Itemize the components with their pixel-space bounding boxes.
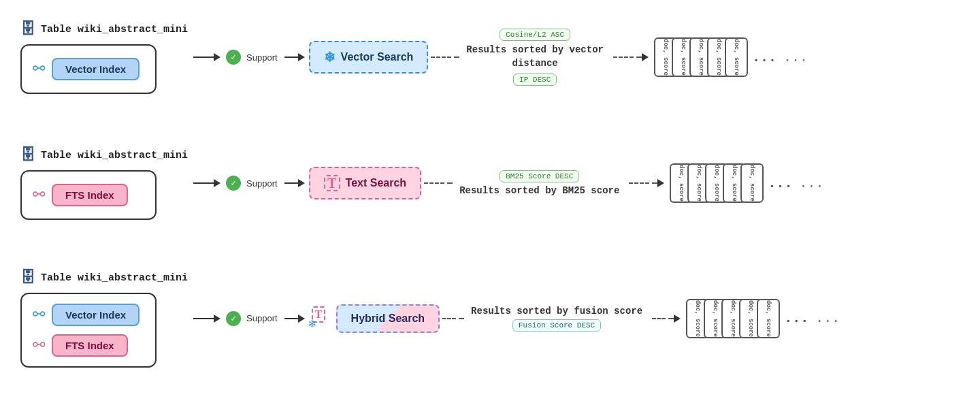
- fts-index-badge-row3: FTS Index: [52, 334, 128, 357]
- doc-card-5-row3: doc, score: [757, 299, 780, 338]
- doc-cards-row1: doc, score doc, score doc, score doc, sc…: [654, 37, 748, 77]
- text-search-icon: T: [324, 175, 340, 191]
- hybrid-search-label: Hybrid Search: [351, 312, 425, 325]
- dashed-line1-row1: [431, 57, 451, 58]
- support-label-row2: Support: [246, 178, 278, 189]
- arrow-row3: [193, 315, 220, 323]
- index-box-row2: ⚯ FTS Index: [20, 170, 157, 220]
- dots-row2: ...: [799, 176, 823, 191]
- dashed-line3-row3: [652, 318, 666, 319]
- fts-index-badge-row2: FTS Index: [52, 184, 128, 206]
- vector-index-badge-row3: Vector Index: [52, 304, 140, 326]
- link-icon-row2: ⚯: [33, 186, 45, 204]
- table-block-row3: 🗄 Table wiki_abstract_mini ⚯ Vector Inde…: [20, 269, 188, 368]
- result-text-row3: Results sorted by fusion score: [471, 306, 642, 317]
- dashed-line2-row2: [447, 182, 453, 184]
- dots-row3: ...: [815, 310, 840, 326]
- dashed-line2-row1: [454, 57, 459, 58]
- support-label-row1: Support: [246, 52, 278, 63]
- index-item-fts-row3: ⚯ FTS Index: [33, 334, 128, 357]
- arrow2-row2: [284, 179, 305, 187]
- check-icon-row2: ✓: [226, 176, 241, 191]
- table-name-row1: Table wiki_abstract_mini: [41, 24, 188, 35]
- table-label-row1: 🗄 Table wiki_abstract_mini: [20, 20, 188, 39]
- arrow-head2-row3: [298, 315, 305, 323]
- db-icon-row3: 🗄: [20, 269, 35, 287]
- badge-below-row1: IP DESC: [513, 74, 557, 86]
- text-search-box: T Text Search: [309, 167, 422, 199]
- db-icon-row2: 🗄: [20, 146, 35, 165]
- dots-row1: ...: [783, 50, 808, 65]
- doc-card-5-row1: doc, score: [725, 37, 748, 77]
- index-box-row1: ⚯ Vector Index: [20, 44, 157, 94]
- doc-card-5-row2: doc, score: [740, 163, 764, 203]
- row-vector-search: 🗄 Table wiki_abstract_mini ⚯ Vector Inde…: [20, 20, 966, 94]
- result-area-row3: Results sorted by fusion score Fusion Sc…: [471, 306, 642, 332]
- result-area-row1: Cosine/L2 ASC Results sorted by vectordi…: [466, 29, 604, 85]
- arrow-head-row1: [214, 53, 220, 61]
- dashed-line1-row2: [424, 182, 444, 184]
- table-label-row3: 🗄 Table wiki_abstract_mini: [20, 269, 188, 287]
- arrow-line-row3: [193, 318, 214, 319]
- dashed-line4-row3: [668, 318, 674, 319]
- index-item-vector-row3: ⚯ Vector Index: [33, 304, 140, 326]
- table-block-row1: 🗄 Table wiki_abstract_mini ⚯ Vector Inde…: [20, 20, 188, 94]
- table-name-row2: Table wiki_abstract_mini: [41, 150, 188, 161]
- support-section-row3: ✓ Support: [226, 311, 280, 326]
- ellipsis-row2: ...: [768, 176, 792, 191]
- link-icon-fts-row3: ⚯: [33, 336, 45, 355]
- row-hybrid-search: 🗄 Table wiki_abstract_mini ⚯ Vector Inde…: [20, 269, 966, 368]
- vector-search-box: ❄ Vector Search: [309, 41, 429, 74]
- link-icon-row1: ⚯: [33, 60, 45, 78]
- dashed-line3-row1: [613, 57, 634, 58]
- hybrid-icon-row3: T ❄: [309, 306, 333, 331]
- hybrid-search-box: Hybrid Search: [336, 304, 440, 333]
- dashed-line1-row3: [442, 318, 456, 319]
- link-icon-vector-row3: ⚯: [33, 306, 45, 324]
- support-label-row3: Support: [246, 313, 278, 323]
- vector-search-label: Vector Search: [341, 51, 414, 63]
- arrow-head-row2: [214, 179, 220, 187]
- arrow-line-row2: [193, 182, 214, 184]
- doc-cards-row3: doc, score doc, score doc, score doc, sc…: [686, 299, 780, 338]
- index-box-row3: ⚯ Vector Index ⚯ FTS Index: [20, 293, 157, 368]
- table-name-row3: Table wiki_abstract_mini: [41, 272, 188, 284]
- arrow-line2-row1: [284, 57, 298, 58]
- arrow-row1: [193, 53, 220, 61]
- arrow-head-row3: [214, 315, 220, 323]
- badge-above-row2: BM25 Score DESC: [500, 170, 579, 182]
- ellipsis-row1: ...: [752, 50, 777, 65]
- check-icon-row1: ✓: [226, 50, 241, 65]
- arrow-head3-row1: [642, 53, 649, 61]
- arrow-line-row1: [193, 57, 214, 58]
- dashed-line2-row3: [459, 318, 464, 319]
- table-block-row2: 🗄 Table wiki_abstract_mini ⚯ FTS Index: [20, 146, 188, 220]
- ellipsis-row3: ...: [784, 310, 808, 326]
- text-search-label: Text Search: [346, 177, 407, 189]
- dashed-line4-row2: [652, 182, 657, 184]
- arrow-head3-row2: [657, 179, 664, 187]
- badge-below-row3: Fusion Score DESC: [512, 319, 601, 332]
- arrow-line2-row2: [284, 182, 298, 184]
- result-area-row2: BM25 Score DESC Results sorted by BM25 s…: [459, 170, 619, 196]
- arrow-row2: [193, 179, 220, 187]
- support-section-row2: ✓ Support: [226, 176, 280, 191]
- db-icon-row1: 🗄: [20, 20, 35, 39]
- dashed-line4-row1: [636, 57, 642, 58]
- doc-cards-row2: doc, score doc, score doc, score doc, sc…: [670, 163, 764, 203]
- result-text-row1: Results sorted by vectordistance: [466, 44, 604, 70]
- snowflake-icon-row1: ❄: [324, 49, 336, 65]
- diagram-container: 🗄 Table wiki_abstract_mini ⚯ Vector Inde…: [0, 0, 980, 403]
- row-text-search: 🗄 Table wiki_abstract_mini ⚯ FTS Index ✓…: [20, 146, 966, 220]
- support-section-row1: ✓ Support: [226, 50, 280, 65]
- arrow-head3-row3: [674, 315, 681, 323]
- arrow-line2-row3: [284, 318, 298, 319]
- dashed-line3-row2: [629, 182, 649, 184]
- arrow-head2-row2: [298, 179, 305, 187]
- arrow2-row3: [284, 315, 305, 323]
- check-icon-row3: ✓: [226, 311, 241, 326]
- badge-above-row1: Cosine/L2 ASC: [500, 29, 570, 41]
- arrow2-row1: [284, 53, 305, 61]
- snowflake-icon-hybrid: ❄: [309, 317, 316, 331]
- vector-index-badge-row1: Vector Index: [52, 58, 140, 80]
